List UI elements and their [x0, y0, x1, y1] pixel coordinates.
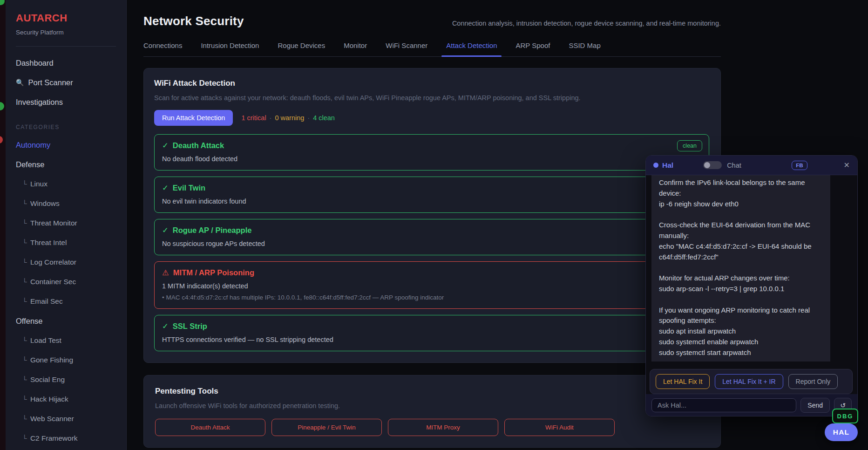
sidebar-item-label: Load Test [30, 336, 61, 345]
tree-branch-glyph: └ [22, 239, 27, 246]
status-badge: clean [677, 140, 702, 151]
tab[interactable]: Intrusion Detection [201, 41, 259, 56]
message-line: ip -6 neigh show dev eth0 [659, 199, 823, 210]
close-icon[interactable]: ✕ [844, 162, 850, 169]
sidebar-item[interactable]: └ Threat Intel [16, 233, 116, 252]
chat-action-button[interactable]: Report Only [788, 374, 838, 389]
sidebar-item[interactable]: CATEGORIES [16, 119, 116, 135]
sidebar-item[interactable]: └ Social Eng [16, 370, 116, 389]
result-status-icon: ✓ [162, 322, 169, 331]
edge-green-dot [0, 102, 4, 110]
tree-branch-glyph: └ [22, 259, 27, 266]
sidebar-item[interactable]: └ C2 Framework [16, 429, 116, 448]
chat-action-button[interactable]: Let HAL Fix It [656, 374, 710, 389]
sidebar-item[interactable]: Defense [16, 155, 116, 174]
sidebar-item-label: Threat Monitor [30, 219, 77, 227]
result-title-label: Rogue AP / Pineapple [173, 226, 252, 235]
chat-action-button[interactable]: Let HAL Fix It + IR [715, 374, 783, 389]
chat-header: Hal Chat FB ✕ [646, 156, 857, 175]
tree-branch-glyph: └ [22, 337, 27, 344]
chat-mode-label: Chat [727, 162, 741, 169]
run-row: Run Attack Detection 1 critical · 0 warn… [154, 110, 709, 126]
pentest-tool-button[interactable]: WiFi Audit [504, 419, 615, 436]
tab[interactable]: Rogue Devices [278, 41, 325, 56]
sidebar-item-label: Container Sec [30, 278, 76, 286]
pentest-tool-button[interactable]: Deauth Attack [155, 419, 265, 436]
sidebar-item-label: Windows [30, 199, 60, 208]
pentesting-tools-title: Pentesting Tools [155, 387, 709, 396]
message-line: sudo systemctl enable arpwatch [659, 337, 823, 348]
message-line: sudo apt install arpwatch [659, 326, 823, 337]
pentest-tool-button[interactable]: Pineapple / Evil Twin [271, 419, 382, 436]
detection-result-card: ⚠ MITM / ARP Poisoning 1 MITM indicator(… [154, 261, 709, 309]
result-detail: No deauth flood detected [162, 155, 701, 163]
tab[interactable]: Monitor [344, 41, 367, 56]
sidebar-item[interactable]: └ Gone Fishing [16, 350, 116, 370]
chat-input[interactable] [651, 398, 796, 412]
background-window-edge [0, 0, 6, 450]
result-detail: No suspicious rogue APs detected [162, 240, 701, 247]
message-line: sudo arp-scan -l --retry=3 | grep 10.0.0… [659, 284, 823, 294]
sidebar-item[interactable]: └ Log Correlator [16, 252, 116, 272]
tab[interactable]: Connections [143, 41, 182, 56]
tab[interactable]: SSID Map [569, 41, 600, 56]
result-status-icon: ✓ [162, 226, 169, 235]
tree-branch-glyph: └ [22, 376, 27, 383]
sidebar-item[interactable]: 🔍 Port Scanner [16, 73, 116, 92]
magnifier-icon: 🔍 [16, 79, 24, 86]
result-detail: No evil twin indicators found [162, 198, 701, 205]
tree-branch-glyph: └ [22, 200, 27, 207]
tab[interactable]: ARP Spoof [515, 41, 550, 56]
sidebar-item-label: Autonomy [16, 141, 50, 150]
tree-branch-glyph: └ [22, 435, 27, 442]
chat-action-bar: Let HAL Fix ItLet HAL Fix It + IRReport … [650, 369, 853, 394]
tab[interactable]: Attack Detection [446, 41, 497, 56]
pentest-tool-button[interactable]: MITM Proxy [388, 419, 498, 436]
sidebar-item[interactable]: └ Windows [16, 194, 116, 213]
sidebar-item[interactable]: └ Threat Monitor [16, 213, 116, 233]
result-detail: 1 MITM indicator(s) detected [162, 282, 701, 290]
wifi-attack-detection-card: WiFi Attack Detection Scan for active at… [143, 68, 721, 363]
tree-branch-glyph: └ [22, 415, 27, 423]
sidebar-item[interactable]: Autonomy [16, 135, 116, 155]
sidebar-item[interactable]: └ Email Sec [16, 292, 116, 311]
chat-mode-toggle[interactable] [703, 161, 722, 169]
sidebar-item-label: Email Sec [30, 297, 63, 306]
message-line [659, 262, 823, 273]
sidebar-nav: Dashboard 🔍 Port Scanner Investigations … [16, 53, 116, 448]
tree-branch-glyph: └ [22, 395, 27, 403]
detection-result-card: ✓ Deauth Attack No deauth flood detected… [154, 134, 709, 170]
tab[interactable]: WiFi Scanner [386, 41, 427, 56]
result-status-icon: ⚠ [162, 268, 169, 277]
sidebar-item-label: Linux [30, 180, 47, 188]
sidebar-item[interactable]: └ Linux [16, 174, 116, 194]
message-line: Monitor for actual ARP changes over time… [659, 273, 823, 284]
detection-results: ✓ Deauth Attack No deauth flood detected… [154, 134, 709, 351]
result-title: ✓ Evil Twin [162, 184, 701, 192]
edge-green-dot [0, 0, 5, 5]
result-status-icon: ✓ [162, 184, 169, 192]
result-title: ⚠ MITM / ARP Poisoning [162, 268, 701, 277]
run-attack-detection-button[interactable]: Run Attack Detection [154, 110, 233, 126]
sidebar-item[interactable]: └ Hack Hijack [16, 389, 116, 409]
chat-message-area[interactable]: Confirm the IPv6 link-local belongs to t… [646, 175, 857, 361]
sidebar-item-label: Web Scanner [30, 415, 74, 423]
chat-input-row: Send ↺ [646, 394, 857, 416]
sidebar-item[interactable]: └ Web Scanner [16, 409, 116, 429]
message-line [659, 294, 823, 305]
message-line: Confirm the IPv6 link-local belongs to t… [659, 177, 823, 199]
sidebar-item[interactable]: Offense [16, 311, 116, 331]
result-status-icon: ✓ [162, 141, 169, 150]
send-button[interactable]: Send [800, 398, 830, 413]
scan-summary: 1 critical · 0 warning · 4 clean [241, 114, 335, 122]
sidebar-item-label: Investigations [16, 98, 63, 107]
sidebar-item[interactable]: └ Container Sec [16, 272, 116, 292]
fb-badge[interactable]: FB [792, 161, 807, 170]
sidebar-item[interactable]: Dashboard [16, 53, 116, 73]
message-line [659, 209, 823, 220]
sidebar-item[interactable]: Investigations [16, 92, 116, 112]
hal-launcher-button[interactable]: HAL [825, 423, 858, 441]
result-title: ✓ Rogue AP / Pineapple [162, 226, 701, 235]
dbg-badge[interactable]: DBG [832, 409, 858, 423]
sidebar-item[interactable]: └ Load Test [16, 331, 116, 350]
